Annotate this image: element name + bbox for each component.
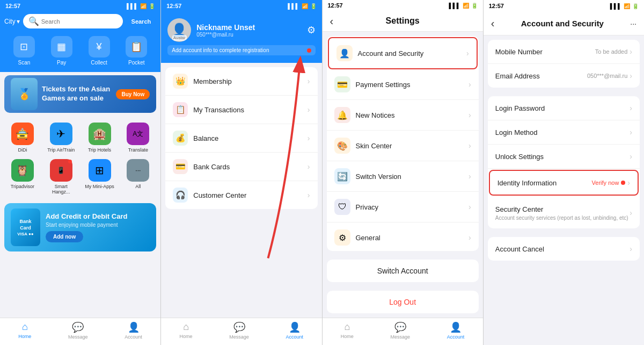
search-icon: 🔍: [28, 16, 39, 26]
security-identity-information[interactable]: Identity Information Verify now ›: [489, 170, 639, 196]
mini-apps-icon: ⊞: [89, 159, 111, 182]
account-cancel-chevron: ›: [630, 245, 632, 253]
settings-skin[interactable]: 🎨 Skin Center ›: [327, 131, 479, 161]
collect-action[interactable]: ¥ Collect: [89, 36, 110, 66]
pay-icon: ▦: [51, 36, 72, 58]
general-chevron: ›: [469, 233, 471, 242]
skin-chevron: ›: [469, 141, 471, 150]
translate-icon: A文: [127, 123, 149, 145]
menu-membership[interactable]: 👑 Membership ›: [165, 67, 317, 96]
security-login-method[interactable]: Login Method ›: [488, 120, 640, 145]
didi-icon: 🚖: [11, 123, 34, 145]
app-all[interactable]: ··· All: [120, 157, 156, 197]
status-bar-2: 12:57 ▌▌▌ 📶 🔋: [161, 0, 321, 12]
more-options-icon[interactable]: ···: [630, 19, 636, 28]
settings-icon-button[interactable]: ⚙: [307, 24, 316, 36]
status-icons-1: ▌▌▌ 📶 🔋: [127, 3, 155, 9]
security-account-cancel[interactable]: Account Cancel ›: [488, 237, 640, 261]
app-trip-hotels[interactable]: 🏨 Trip Hotels: [82, 120, 118, 155]
payment-settings-icon: 💳: [334, 76, 350, 92]
settings-switch-version[interactable]: 🔄 Switch Version ›: [327, 161, 479, 192]
menu-bank-cards[interactable]: 💳 Bank Cards ›: [165, 153, 317, 181]
pocket-icon: 📋: [126, 36, 147, 58]
unlock-settings-chevron: ›: [630, 152, 632, 161]
promo-banner[interactable]: 🏅 Tickets for the Asian Games are on sal…: [4, 75, 156, 113]
menu-balance[interactable]: 💰 Balance ›: [165, 124, 317, 153]
nav-account-1[interactable]: 👤 Account: [125, 321, 142, 340]
status-icons-3: ▌▌▌ 📶 🔋: [449, 3, 477, 9]
user-avatar[interactable]: 👤 Avatar: [167, 18, 191, 42]
status-time-2: 12:57: [166, 3, 181, 9]
scan-icon: ⊡: [13, 36, 35, 58]
nav-account-3[interactable]: 👤 Account: [447, 321, 465, 340]
search-button[interactable]: Search: [126, 17, 157, 26]
security-security-center[interactable]: Security Center Account security service…: [488, 197, 640, 228]
switch-version-chevron: ›: [469, 172, 471, 181]
status-bar-1: 12:57 ▌▌▌ 📶 🔋: [0, 0, 160, 12]
back-button-4[interactable]: ‹: [491, 17, 495, 30]
bottom-nav-1: ⌂ Home 💬 Message 👤 Account: [0, 318, 160, 345]
search-bar: City ▾ 🔍 Search: [0, 12, 160, 33]
menu-customer-center[interactable]: 🎧 Customer Center ›: [165, 181, 317, 209]
panel-account-security: 12:57 ▌▌▌ 📶 🔋 ‹ Account and Security ···…: [484, 0, 644, 345]
all-icon: ···: [127, 159, 149, 182]
back-button-3[interactable]: ‹: [330, 15, 334, 27]
home-icon-2: ⌂: [183, 321, 189, 333]
status-time-3: 12:57: [328, 2, 343, 9]
nav-message-2[interactable]: 💬 Message: [229, 321, 249, 340]
security-mobile-number[interactable]: Mobile Number To be added ›: [488, 40, 640, 64]
log-out-button[interactable]: Log Out: [327, 291, 479, 313]
nav-message-3[interactable]: 💬 Message: [391, 321, 411, 340]
nav-message-1[interactable]: 💬 Message: [68, 321, 88, 340]
app-translate[interactable]: A文 Translate: [120, 120, 156, 155]
status-bar-3: 12:57 ▌▌▌ 📶 🔋: [323, 0, 483, 11]
bank-card-promo: Bank Card VISA ●● Add Credit or Debit Ca…: [4, 203, 156, 251]
status-time-4: 12:57: [489, 3, 504, 9]
app-smarthangz[interactable]: 📱 Smart Hangz...: [43, 157, 79, 197]
incomplete-notice[interactable]: Add account info to complete registratio…: [167, 45, 315, 55]
settings-notices[interactable]: 🔔 New Notices ›: [327, 100, 479, 131]
city-button[interactable]: City ▾: [4, 18, 20, 25]
status-icons-4: ▌▌▌ 📶 🔋: [610, 3, 639, 9]
pocket-action[interactable]: 📋 Pocket: [126, 36, 147, 66]
search-input-wrap: 🔍: [23, 14, 123, 28]
add-card-button[interactable]: Add now: [46, 231, 83, 242]
scan-action[interactable]: ⊡ Scan: [13, 36, 35, 66]
app-trip-airtrain[interactable]: ✈ Trip Air/Train: [43, 120, 79, 155]
membership-chevron: ›: [308, 77, 310, 85]
app-mini-apps[interactable]: ⊞ My Mini-Apps: [82, 157, 118, 197]
app-didi[interactable]: 🚖 DiDi: [4, 120, 41, 155]
security-unlock-settings[interactable]: Unlock Settings ›: [488, 145, 640, 169]
customer-center-chevron: ›: [308, 191, 310, 199]
settings-account-security[interactable]: 👤 Account and Security ›: [328, 37, 478, 69]
nav-home-2[interactable]: ⌂ Home: [180, 321, 193, 340]
switch-account-button[interactable]: Switch Account: [327, 260, 479, 282]
app-grid: 🚖 DiDi ✈ Trip Air/Train 🏨 Trip Hotels A文…: [0, 116, 160, 201]
nav-account-2[interactable]: 👤 Account: [286, 321, 304, 340]
pay-action[interactable]: ▦ Pay: [51, 36, 72, 66]
buy-now-button[interactable]: Buy Now: [116, 89, 150, 99]
panel-account: 12:57 ▌▌▌ 📶 🔋 👤 Avatar Nickname Unset 05…: [161, 0, 322, 345]
transactions-icon: 📋: [173, 102, 188, 117]
security-login-password[interactable]: Login Password ›: [488, 96, 640, 120]
app-tripadvisor[interactable]: 🦉 Tripadvisor: [4, 157, 41, 197]
settings-payment[interactable]: 💳 Payment Settings ›: [327, 69, 479, 100]
message-icon-3: 💬: [394, 321, 406, 333]
settings-general[interactable]: ⚙ General ›: [327, 222, 479, 251]
card-promo-text: Add Credit or Debit Card Start enjoying …: [46, 212, 150, 242]
menu-transactions[interactable]: 📋 My Transactions ›: [165, 96, 317, 124]
account-icon-3: 👤: [450, 321, 462, 333]
settings-privacy[interactable]: 🛡 Privacy ›: [327, 192, 479, 222]
bank-cards-chevron: ›: [308, 162, 310, 171]
security-center-chevron: ›: [630, 209, 632, 217]
search-input[interactable]: [41, 18, 118, 25]
message-icon-1: 💬: [72, 321, 84, 333]
nav-home-1[interactable]: ⌂ Home: [18, 321, 31, 340]
notices-icon: 🔔: [334, 107, 350, 123]
trip-hotels-icon: 🏨: [89, 123, 111, 145]
tripadvisor-icon: 🦉: [11, 159, 34, 182]
security-email[interactable]: Email Address 050***@mail.ru ›: [488, 64, 640, 88]
bottom-nav-3: ⌂ Home 💬 Message 👤 Account: [323, 318, 483, 345]
mobile-number-chevron: ›: [630, 47, 632, 56]
nav-home-3[interactable]: ⌂ Home: [341, 321, 354, 340]
